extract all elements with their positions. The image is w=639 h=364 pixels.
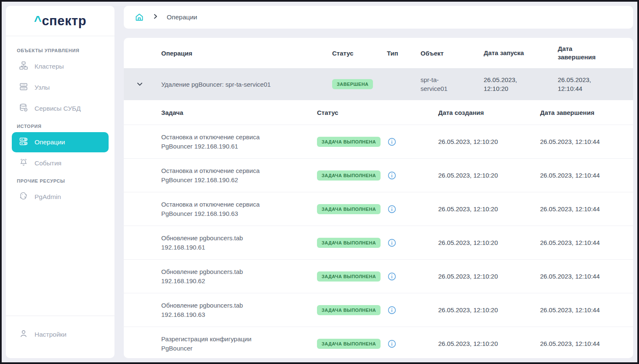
sidebar-item-label: События	[35, 159, 61, 167]
task-name: Остановка и отключение сервиса PgBouncer…	[161, 166, 290, 185]
chevron-down-icon[interactable]	[136, 81, 143, 88]
task-status-badge: ЗАДАЧА ВЫПОЛНЕНА	[317, 305, 381, 315]
table-row: Остановка и отключение сервиса PgBouncer…	[124, 158, 633, 192]
chevron-right-icon	[152, 13, 158, 21]
task-created-date: 26.05.2023, 12:10:20	[438, 205, 540, 213]
col-header-task: Задача	[161, 109, 317, 116]
db-services-icon	[19, 103, 28, 114]
task-finished-date: 26.05.2023, 12:10:44	[540, 172, 633, 179]
task-created-date: 26.05.2023, 12:10:20	[438, 172, 540, 179]
info-icon[interactable]	[387, 339, 397, 348]
task-finished-date: 26.05.2023, 12:10:44	[540, 340, 633, 347]
col-header-operation: Операция	[161, 50, 332, 57]
sidebar-item-label: Настройки	[35, 331, 67, 338]
table-row: Обновление pgbouncers.tab 192.168.190.62…	[124, 259, 633, 293]
table-row: Разрегистрация конфигурации PgBouncer ЗА…	[124, 327, 633, 358]
task-created-date: 26.05.2023, 12:10:20	[438, 306, 540, 314]
task-finished-date: 26.05.2023, 12:10:44	[540, 273, 633, 280]
operation-name: Удаление pgBouncer: spr-ta-service01	[161, 81, 332, 88]
logo-caret: ^	[34, 13, 42, 28]
operation-start-date: 26.05.2023, 12:10:20	[484, 75, 531, 93]
task-finished-date: 26.05.2023, 12:10:44	[540, 138, 633, 145]
breadcrumb: Операции	[124, 6, 633, 29]
sidebar-item-label: Сервисы СУБД	[35, 105, 81, 112]
operation-status-badge: ЗАВЕРШЕНА	[332, 79, 373, 89]
sidebar-item-clusters[interactable]: Кластеры	[12, 56, 109, 77]
operation-finish-date: 26.05.2023, 12:10:44	[558, 75, 605, 93]
breadcrumb-page: Операции	[167, 13, 197, 21]
col-header-type: Тип	[387, 50, 421, 57]
table-row: Обновление pgbouncers.tab 192.168.190.63…	[124, 293, 633, 327]
info-icon[interactable]	[387, 272, 397, 281]
col-header-status: Статус	[332, 50, 387, 57]
app-window: ^спектр ОБЪЕКТЫ УПРАВЛЕНИЯ Кластеры	[0, 0, 639, 364]
main-content: Операции Операция Статус Тип Объект Дата…	[124, 6, 633, 358]
task-created-date: 26.05.2023, 12:10:20	[438, 273, 540, 280]
col-header-object: Объект	[421, 50, 484, 57]
clusters-icon	[19, 61, 28, 72]
task-created-date: 26.05.2023, 12:10:20	[438, 239, 540, 246]
sidebar-item-settings[interactable]: Настройки	[12, 324, 109, 345]
sidebar-item-label: PgAdmin	[35, 193, 61, 201]
task-finished-date: 26.05.2023, 12:10:44	[540, 239, 633, 246]
tasks-table-header: Задача Статус Дата создания Дата заверше…	[124, 100, 633, 125]
task-created-date: 26.05.2023, 12:10:20	[438, 340, 540, 347]
events-icon	[19, 158, 28, 169]
operation-object: spr-ta-service01	[421, 75, 463, 93]
table-row: Остановка и отключение сервиса PgBouncer…	[124, 125, 633, 158]
operation-row[interactable]: Удаление pgBouncer: spr-ta-service01 ЗАВ…	[124, 68, 633, 100]
sidebar-item-pgadmin[interactable]: PgAdmin	[12, 187, 109, 207]
sidebar-item-label: Кластеры	[35, 63, 64, 70]
info-icon[interactable]	[387, 205, 397, 214]
section-title-history: ИСТОРИЯ	[17, 124, 104, 129]
task-created-date: 26.05.2023, 12:10:20	[438, 138, 540, 145]
operations-table-header: Операция Статус Тип Объект Дата запуска …	[124, 38, 633, 68]
home-icon[interactable]	[135, 13, 144, 22]
logo-text: спектр	[42, 13, 86, 28]
sidebar-item-nodes[interactable]: Узлы	[12, 77, 109, 98]
task-status-badge: ЗАДАЧА ВЫПОЛНЕНА	[317, 137, 381, 147]
sidebar-item-label: Операции	[35, 138, 65, 146]
table-row: Остановка и отключение сервиса PgBouncer…	[124, 192, 633, 226]
operations-icon	[19, 137, 28, 148]
col-header-finished-date: Дата завершения	[540, 109, 633, 116]
task-name: Обновление pgbouncers.tab 192.168.190.63	[161, 301, 290, 319]
info-icon[interactable]	[387, 171, 397, 180]
pgadmin-icon	[19, 191, 28, 202]
col-header-start-date: Дата запуска	[484, 49, 538, 57]
sidebar-item-events[interactable]: События	[12, 153, 109, 173]
table-row: Обновление pgbouncers.tab 192.168.190.61…	[124, 226, 633, 259]
task-finished-date: 26.05.2023, 12:10:44	[540, 205, 633, 213]
sidebar-item-db-services[interactable]: Сервисы СУБД	[12, 98, 109, 119]
sidebar-item-label: Узлы	[35, 84, 50, 91]
info-icon[interactable]	[387, 306, 397, 315]
operations-table: Операция Статус Тип Объект Дата запуска …	[124, 38, 633, 358]
task-status-badge: ЗАДАЧА ВЫПОЛНЕНА	[317, 238, 381, 248]
info-icon[interactable]	[387, 137, 397, 146]
task-status-badge: ЗАДАЧА ВЫПОЛНЕНА	[317, 271, 381, 282]
sidebar-item-operations[interactable]: Операции	[12, 132, 109, 152]
task-name: Разрегистрация конфигурации PgBouncer	[161, 335, 290, 353]
sidebar-nav: ОБЪЕКТЫ УПРАВЛЕНИЯ Кластеры	[6, 36, 114, 208]
user-icon	[19, 329, 28, 340]
task-finished-date: 26.05.2023, 12:10:44	[540, 306, 633, 314]
task-name: Остановка и отключение сервиса PgBouncer…	[161, 200, 290, 218]
col-header-created-date: Дата создания	[438, 109, 540, 116]
task-name: Остановка и отключение сервиса PgBouncer…	[161, 133, 290, 151]
info-icon[interactable]	[387, 238, 397, 247]
task-name: Обновление pgbouncers.tab 192.168.190.61	[161, 234, 290, 252]
nodes-icon	[19, 82, 28, 93]
sidebar-footer: Настройки	[6, 316, 114, 358]
section-title-other-resources: ПРОЧИЕ РЕСУРСЫ	[17, 178, 104, 183]
col-header-task-status: Статус	[317, 109, 438, 116]
task-name: Обновление pgbouncers.tab 192.168.190.62	[161, 267, 290, 286]
logo[interactable]: ^спектр	[6, 6, 114, 36]
task-status-badge: ЗАДАЧА ВЫПОЛНЕНА	[317, 170, 381, 181]
section-title-objects: ОБЪЕКТЫ УПРАВЛЕНИЯ	[17, 48, 104, 53]
sidebar: ^спектр ОБЪЕКТЫ УПРАВЛЕНИЯ Кластеры	[6, 6, 114, 358]
task-status-badge: ЗАДАЧА ВЫПОЛНЕНА	[317, 339, 381, 349]
col-header-finish-date: Дата завершения	[558, 45, 612, 62]
task-status-badge: ЗАДАЧА ВЫПОЛНЕНА	[317, 204, 381, 214]
